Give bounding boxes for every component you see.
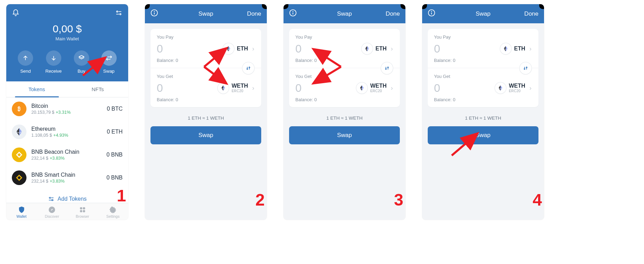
settings-sliders-icon[interactable] xyxy=(115,9,123,18)
weth-icon xyxy=(356,82,367,94)
screen-swap-step3: Swap Done You Pay 0 ETH › Balance: 0 xyxy=(284,4,405,220)
token-name: BNB Beacon Chain xyxy=(31,149,102,155)
token-change: +4.93% xyxy=(53,133,68,138)
token-name: BNB Smart Chain xyxy=(31,172,102,178)
step-number: 2 xyxy=(255,190,265,209)
bell-icon[interactable] xyxy=(12,9,20,18)
nav-discover[interactable]: Discover xyxy=(37,206,68,218)
wallet-header: 0,00 $ Main Wallet Send Receive Buy xyxy=(6,4,128,81)
svg-point-18 xyxy=(49,197,51,198)
chevron-right-icon: › xyxy=(252,85,254,92)
eth-icon xyxy=(223,43,234,54)
svg-point-44 xyxy=(432,11,432,11)
pay-token-selector[interactable]: ETH › xyxy=(499,42,532,56)
token-row-bnb-beacon[interactable]: BNB Beacon Chain 232,14 $+3.83% 0 BNB xyxy=(6,143,128,166)
pay-amount-input[interactable]: 0 xyxy=(295,42,361,55)
get-amount-display: 0 xyxy=(157,82,217,95)
action-send-label: Send xyxy=(20,69,31,74)
done-button[interactable]: Done xyxy=(518,10,538,17)
nav-settings[interactable]: Settings xyxy=(98,206,129,218)
nav-browser[interactable]: Browser xyxy=(67,206,98,218)
action-send[interactable]: Send xyxy=(18,50,33,74)
exchange-rate: 1 ETH ≈ 1 WETH xyxy=(422,113,544,126)
done-button[interactable]: Done xyxy=(240,10,261,17)
get-amount-display: 0 xyxy=(434,82,494,95)
pay-balance: Balance: 0 xyxy=(295,58,394,63)
screen-swap-step2: Swap Done You Pay 0 ETH › Balance: 0 xyxy=(145,4,267,220)
eth-icon xyxy=(500,43,511,54)
svg-point-39 xyxy=(293,11,293,11)
eth-icon xyxy=(362,43,373,54)
swap-header: Swap Done xyxy=(284,4,405,23)
token-list: ₿ Bitcoin 20.153,79 $+3.31% 0 BTC Ethere… xyxy=(6,97,128,203)
you-get-label: You Get xyxy=(434,74,532,79)
token-row-bitcoin[interactable]: ₿ Bitcoin 20.153,79 $+3.31% 0 BTC xyxy=(6,97,128,120)
action-buy-label: Buy xyxy=(78,69,85,74)
token-row-bnb-smart[interactable]: BNB Smart Chain 232,14 $+3.83% 0 BNB xyxy=(6,166,128,189)
bnb-beacon-icon xyxy=(12,147,26,162)
you-pay-label: You Pay xyxy=(434,34,532,40)
get-token-selector[interactable]: WETHERC20 › xyxy=(217,81,255,95)
token-change: +3.31% xyxy=(56,110,71,115)
swap-submit-button[interactable]: Swap xyxy=(150,126,261,144)
screen-wallet: 0,00 $ Main Wallet Send Receive Buy xyxy=(6,4,128,220)
action-buy[interactable]: Buy xyxy=(74,50,89,74)
svg-point-21 xyxy=(52,200,53,201)
svg-point-8 xyxy=(120,14,121,15)
action-receive-label: Receive xyxy=(45,69,62,74)
token-balance: 0 BNB xyxy=(107,175,123,181)
action-receive[interactable]: Receive xyxy=(45,50,62,74)
add-tokens-label: Add Tokens xyxy=(57,196,86,202)
pay-balance: Balance: 0 xyxy=(157,58,255,63)
screen-swap-step4: Swap Done You Pay 0 ETH › Balance: 0 xyxy=(422,4,544,220)
info-icon[interactable] xyxy=(150,9,158,18)
pay-amount-input[interactable]: 0 xyxy=(157,42,222,55)
swap-title: Swap xyxy=(199,10,214,17)
wallet-name[interactable]: Main Wallet xyxy=(12,36,123,41)
swap-direction-toggle[interactable] xyxy=(520,62,532,74)
action-swap-label: Swap xyxy=(103,69,115,74)
info-icon[interactable] xyxy=(428,9,435,18)
chevron-right-icon: › xyxy=(529,85,532,92)
ethereum-icon xyxy=(12,125,26,139)
swap-direction-toggle[interactable] xyxy=(242,62,254,74)
tab-tokens[interactable]: Tokens xyxy=(6,81,67,97)
chevron-right-icon: › xyxy=(391,85,393,92)
pay-amount-input[interactable]: 0 xyxy=(434,42,499,55)
swap-card: You Pay 0 ETH › Balance: 0 You Get 0 xyxy=(289,29,400,107)
token-balance: 0 BNB xyxy=(107,152,123,158)
step-number: 4 xyxy=(533,190,542,209)
tab-nfts[interactable]: NFTs xyxy=(67,81,128,97)
svg-point-6 xyxy=(117,11,118,13)
swap-submit-button[interactable]: Swap xyxy=(428,126,538,144)
get-token-selector[interactable]: WETHERC20 › xyxy=(356,81,394,95)
token-balance: 0 ETH xyxy=(107,129,123,135)
done-button[interactable]: Done xyxy=(379,10,400,17)
token-name: Bitcoin xyxy=(31,103,102,109)
action-swap[interactable]: Swap xyxy=(101,50,117,74)
nav-wallet[interactable]: Wallet xyxy=(6,206,37,218)
swap-title: Swap xyxy=(337,10,352,17)
token-change: +3.83% xyxy=(50,156,65,161)
get-token-selector[interactable]: WETHERC20 › xyxy=(494,81,532,95)
swap-submit-button[interactable]: Swap xyxy=(289,126,400,144)
pay-token-selector[interactable]: ETH › xyxy=(361,42,394,56)
shield-icon xyxy=(18,206,25,214)
exchange-rate: 1 ETH ≈ 1 WETH xyxy=(284,113,405,126)
token-name: Ethereum xyxy=(31,126,102,132)
weth-icon xyxy=(218,82,229,94)
gear-icon xyxy=(109,206,117,214)
swap-direction-toggle[interactable] xyxy=(381,62,393,74)
you-get-label: You Get xyxy=(295,74,394,79)
info-icon[interactable] xyxy=(289,9,297,18)
swap-header: Swap Done xyxy=(422,4,544,23)
compass-icon xyxy=(48,206,56,214)
add-tokens-button[interactable]: Add Tokens xyxy=(6,189,128,203)
svg-rect-26 xyxy=(80,207,82,209)
swap-header: Swap Done xyxy=(145,4,267,23)
svg-rect-29 xyxy=(83,210,85,212)
svg-rect-27 xyxy=(83,207,85,209)
get-balance: Balance: 0 xyxy=(434,97,532,102)
pay-token-selector[interactable]: ETH › xyxy=(222,42,255,56)
token-row-ethereum[interactable]: Ethereum 1.108,05 $+4.93% 0 ETH xyxy=(6,120,128,143)
